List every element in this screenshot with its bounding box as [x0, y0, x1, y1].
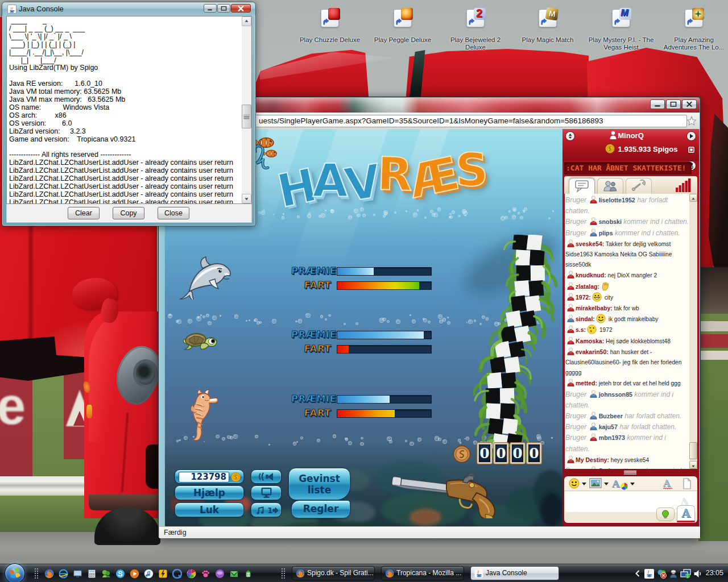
- message-username: evakarin50:: [576, 348, 609, 355]
- wallpaper-car-body-highlight: [89, 317, 121, 442]
- desktop-icon-bejeweled[interactable]: Play Bejeweled 2Deluxe: [439, 6, 512, 51]
- chat-splitter[interactable]: [562, 469, 699, 476]
- tray-person-icon[interactable]: [668, 569, 678, 579]
- task-button-2[interactable]: Tropicana - Mozilla ...: [381, 566, 464, 580]
- start-button[interactable]: [5, 563, 25, 582]
- chat-input-area: A A: [564, 476, 697, 523]
- java-console-titlebar[interactable]: Java Console: [2, 2, 255, 15]
- help-button[interactable]: Hjælp: [175, 485, 244, 500]
- bubble: [344, 323, 346, 325]
- quicklaunch-winamp-icon[interactable]: [158, 569, 168, 579]
- chat-popout-button[interactable]: [688, 146, 695, 153]
- chat-scroll-up[interactable]: [689, 194, 697, 202]
- tray-expand-icon[interactable]: [635, 570, 640, 577]
- console-scrollbar[interactable]: [242, 16, 251, 203]
- quicklaunch-quicktime-icon[interactable]: [172, 569, 182, 579]
- chat-scrollbar-thumb[interactable]: [689, 442, 697, 459]
- bookmark-star-icon[interactable]: [686, 115, 697, 127]
- page-icon[interactable]: [682, 478, 692, 489]
- bejeweled-emblem-icon: [474, 8, 486, 20]
- prize-list-button[interactable]: Gevinstliste: [288, 468, 350, 500]
- chat-message-list[interactable]: Bruger liselotte1952 har forladt chatten…: [565, 194, 690, 469]
- tab-chat[interactable]: [569, 178, 595, 194]
- tray-java-icon[interactable]: [644, 569, 654, 579]
- clownfish-icon: [256, 134, 296, 179]
- image-dropdown-arrow[interactable]: [604, 483, 609, 485]
- music-toggle-button[interactable]: 1: [251, 502, 282, 517]
- quicklaunch-recycle-icon[interactable]: [243, 569, 253, 579]
- scrollbar-thumb[interactable]: [242, 105, 251, 128]
- taskbar-clock[interactable]: 23:05: [706, 569, 723, 577]
- task-button-1[interactable]: Spigo.dk - Spil Grati...: [292, 566, 375, 580]
- wallpaper-fence: [698, 334, 728, 348]
- desktop-icon-peggle[interactable]: Play Peggle Deluxe: [366, 6, 440, 44]
- quicklaunch-purple-icon[interactable]: [215, 569, 225, 579]
- copy-button[interactable]: Copy: [113, 207, 144, 219]
- bubble: [548, 217, 551, 219]
- console-maximize-button[interactable]: [217, 4, 230, 13]
- sound-toggle-button[interactable]: [251, 469, 282, 484]
- console-output[interactable]: ____ _ / ___| _ __ (_) __ _ ___ \___ \| …: [6, 16, 252, 204]
- quicklaunch-picasa-icon[interactable]: [187, 569, 196, 579]
- tray-volume-icon[interactable]: [693, 569, 703, 579]
- browser-close-button[interactable]: [682, 99, 697, 109]
- tray-messenger-offline-icon[interactable]: [657, 569, 667, 579]
- quicklaunch-display-icon[interactable]: [73, 569, 82, 579]
- color-dropdown-arrow[interactable]: [630, 483, 635, 485]
- close-game-button[interactable]: Luk: [175, 502, 244, 517]
- tray-network-icon[interactable]: [680, 569, 692, 579]
- chat-message: s.s: 1972: [565, 325, 690, 335]
- desktop-icon-amazing-adventures[interactable]: Play AmazingAdventures The Lo...: [657, 6, 728, 51]
- chat-collapse-button[interactable]: [565, 131, 575, 141]
- amazing-adventures-emblem-icon: [692, 8, 704, 20]
- quicklaunch-mail-green-icon[interactable]: [229, 569, 239, 579]
- bubble: [328, 314, 331, 317]
- scroll-up-button[interactable]: [242, 16, 251, 26]
- quicklaunch-calculator-icon[interactable]: [87, 569, 97, 579]
- quicklaunch-paw-icon[interactable]: [201, 569, 210, 579]
- display-toggle-button[interactable]: [251, 485, 282, 500]
- quicklaunch-ie-icon[interactable]: [59, 569, 68, 579]
- quicklaunch-wmp-icon[interactable]: [130, 569, 139, 579]
- dolphin-icon: [176, 254, 233, 302]
- desktop-icon-label: Play Chuzzle Deluxe: [293, 36, 367, 44]
- quicklaunch-skype-icon[interactable]: [115, 569, 125, 579]
- quicklaunch-itunes-icon[interactable]: [144, 569, 154, 579]
- rules-button[interactable]: Regler: [291, 500, 350, 518]
- font-color-icon[interactable]: A: [612, 478, 627, 489]
- system-prefix: Bruger: [565, 412, 589, 420]
- spellcheck-icon[interactable]: A: [663, 478, 673, 489]
- emoticon-dropdown-arrow[interactable]: [582, 483, 586, 485]
- message-username: snobski: [599, 218, 622, 225]
- quicklaunch-firefox-icon[interactable]: [44, 569, 54, 579]
- emoticon-picker-icon[interactable]: [569, 478, 580, 489]
- bubble: [413, 213, 417, 217]
- message-text: 1972: [598, 327, 613, 333]
- scroll-down-button[interactable]: [242, 194, 251, 203]
- font-button[interactable]: A: [677, 505, 695, 522]
- task-button-3[interactable]: Java Console: [470, 566, 559, 580]
- image-insert-icon[interactable]: [589, 478, 602, 488]
- bubble: [317, 439, 320, 442]
- desktop-icon-magic-match[interactable]: Play Magic Match: [511, 6, 585, 44]
- avatar-icon: [589, 228, 598, 236]
- chat-scroll-down[interactable]: [689, 461, 697, 469]
- desktop-icon-label: Play Bejeweled 2Deluxe: [439, 36, 512, 51]
- console-button-bar: Clear Copy Close: [6, 204, 252, 223]
- browser-minimize-button[interactable]: [650, 99, 665, 109]
- console-minimize-button[interactable]: [204, 4, 217, 13]
- desktop-icon-label: Play AmazingAdventures The Lo...: [657, 36, 728, 51]
- chat-scrollbar[interactable]: [689, 194, 697, 469]
- chat-play-button[interactable]: [686, 131, 696, 141]
- bubble: [373, 214, 375, 216]
- browser-maximize-button[interactable]: [666, 99, 681, 109]
- close-button[interactable]: Close: [158, 207, 189, 219]
- desktop-icon-chuzzle[interactable]: Play Chuzzle Deluxe: [293, 6, 367, 44]
- desktop-icon-mystery-pi[interactable]: Play Mystery P.I. - TheVegas Heist: [584, 6, 658, 51]
- quicklaunch-amsn-icon[interactable]: [101, 569, 111, 579]
- clear-button[interactable]: Clear: [68, 207, 100, 219]
- shout-button[interactable]: [656, 508, 675, 521]
- tab-settings[interactable]: [626, 178, 652, 194]
- tab-users[interactable]: [597, 178, 623, 194]
- console-close-button[interactable]: [231, 4, 251, 13]
